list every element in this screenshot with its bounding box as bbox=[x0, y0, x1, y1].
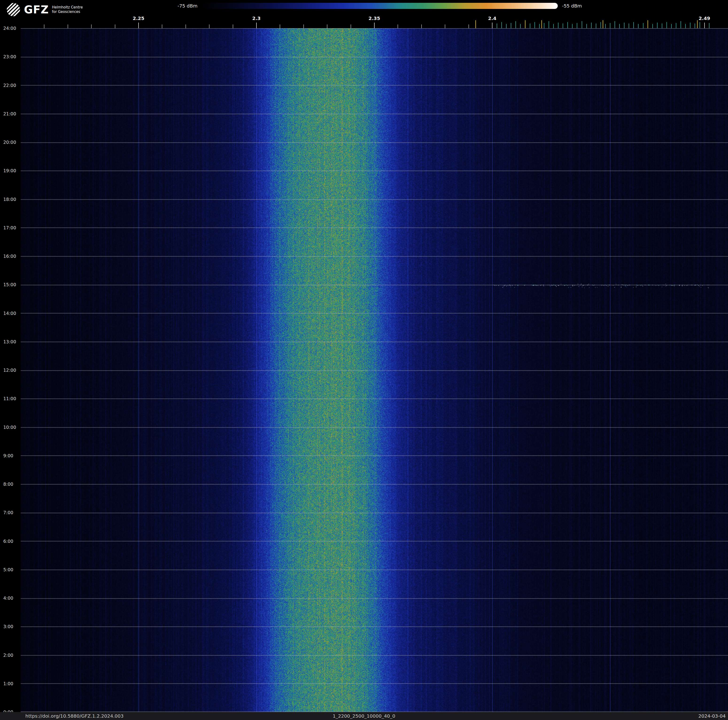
time-tick-label: 1:00 bbox=[3, 681, 14, 686]
freq-accent-tick bbox=[475, 20, 476, 28]
freq-channel-tick bbox=[624, 23, 624, 28]
freq-tick-label: 2.3 bbox=[252, 15, 260, 21]
freq-channel-tick bbox=[534, 22, 535, 28]
freq-major-tick bbox=[374, 23, 375, 28]
time-tick-label: 23:00 bbox=[3, 54, 16, 59]
freq-channel-tick bbox=[582, 21, 582, 28]
freq-minor-tick bbox=[209, 25, 210, 28]
time-tick-label: 10:00 bbox=[3, 424, 16, 430]
freq-channel-tick bbox=[515, 21, 516, 28]
freq-channel-tick bbox=[601, 22, 601, 28]
freq-channel-tick bbox=[553, 24, 554, 28]
time-tick-label: 14:00 bbox=[3, 311, 16, 316]
time-tick-label: 17:00 bbox=[3, 225, 16, 230]
freq-channel-tick bbox=[591, 23, 592, 28]
freq-accent-tick bbox=[525, 20, 526, 28]
freq-accent-tick bbox=[647, 20, 648, 28]
freq-channel-tick bbox=[572, 24, 572, 28]
time-tick-label: 9:00 bbox=[3, 453, 14, 458]
freq-major-tick bbox=[704, 23, 705, 28]
freq-minor-tick bbox=[350, 25, 351, 28]
freq-minor-tick bbox=[115, 25, 115, 28]
freq-channel-tick bbox=[549, 21, 549, 28]
freq-channel-tick bbox=[610, 23, 610, 28]
freq-channel-tick bbox=[685, 24, 686, 28]
freq-accent-tick bbox=[603, 20, 603, 28]
freq-channel-tick bbox=[506, 24, 506, 28]
freq-channel-tick bbox=[520, 24, 521, 28]
freq-tick-label: 2.49 bbox=[699, 15, 710, 21]
freq-channel-tick bbox=[709, 23, 710, 28]
freq-minor-tick bbox=[233, 25, 233, 28]
freq-channel-tick bbox=[633, 22, 634, 28]
time-tick-label: 18:00 bbox=[3, 197, 16, 202]
freq-minor-tick bbox=[398, 25, 398, 28]
time-axis: 24:0023:0022:0021:0020:0019:0018:0017:00… bbox=[0, 28, 21, 712]
freq-channel-tick bbox=[667, 22, 667, 28]
freq-major-tick bbox=[256, 23, 257, 28]
freq-tick-label: 2.35 bbox=[369, 15, 380, 21]
freq-minor-tick bbox=[421, 25, 422, 28]
freq-channel-tick bbox=[619, 24, 620, 28]
freq-channel-tick bbox=[676, 23, 676, 28]
freq-minor-tick bbox=[303, 25, 304, 28]
freq-channel-tick bbox=[615, 21, 615, 28]
freq-channel-tick bbox=[497, 23, 497, 28]
freq-major-tick bbox=[492, 23, 492, 28]
freq-channel-tick bbox=[539, 24, 540, 28]
freq-channel-tick bbox=[511, 23, 511, 28]
freq-channel-tick bbox=[558, 23, 558, 28]
freq-channel-tick bbox=[643, 23, 644, 28]
time-tick-label: 20:00 bbox=[3, 139, 16, 145]
freq-minor-tick bbox=[327, 25, 327, 28]
freq-minor-tick bbox=[468, 25, 469, 28]
freq-channel-tick bbox=[695, 23, 695, 28]
freq-channel-tick bbox=[530, 23, 530, 28]
freq-channel-tick bbox=[662, 23, 662, 28]
freq-channel-tick bbox=[681, 21, 681, 28]
gfz-logo-icon bbox=[6, 2, 21, 17]
freq-tick-label: 2.4 bbox=[488, 15, 496, 21]
freq-channel-tick bbox=[652, 24, 653, 28]
freq-channel-tick bbox=[502, 22, 502, 28]
freq-channel-tick bbox=[638, 24, 639, 28]
time-tick-label: 7:00 bbox=[3, 510, 14, 515]
freq-channel-tick bbox=[605, 24, 606, 28]
freq-minor-tick bbox=[185, 25, 186, 28]
time-tick-label: 4:00 bbox=[3, 596, 14, 601]
time-tick-label: 24:00 bbox=[3, 26, 16, 31]
time-tick-label: 6:00 bbox=[3, 539, 14, 544]
freq-channel-tick bbox=[596, 23, 596, 28]
freq-channel-tick bbox=[690, 23, 690, 28]
time-tick-label: 3:00 bbox=[3, 624, 14, 629]
freq-major-tick bbox=[138, 23, 139, 28]
freq-minor-tick bbox=[91, 25, 92, 28]
freq-channel-tick bbox=[577, 23, 577, 28]
freq-channel-tick bbox=[671, 24, 671, 28]
time-tick-label: 11:00 bbox=[3, 396, 16, 401]
frequency-axis: 2.252.32.352.42.49 bbox=[21, 0, 728, 28]
time-tick-label: 16:00 bbox=[3, 254, 16, 259]
freq-channel-tick bbox=[567, 22, 568, 28]
time-tick-label: 15:00 bbox=[3, 282, 16, 287]
time-tick-label: 8:00 bbox=[3, 481, 14, 487]
time-tick-label: 13:00 bbox=[3, 339, 16, 344]
date-label: 2024-03-04 bbox=[698, 713, 726, 719]
freq-channel-tick bbox=[657, 23, 658, 28]
doi-link[interactable]: https://doi.org/10.5880/GFZ.1.2.2024.003 bbox=[25, 713, 124, 719]
freq-minor-tick bbox=[162, 25, 162, 28]
freq-channel-tick bbox=[563, 23, 563, 28]
spectrogram-app: GFZ Helmholtz Centre for Geosciences -75… bbox=[0, 0, 728, 720]
freq-tick-label: 2.25 bbox=[133, 15, 144, 21]
dataset-filename: 1_2200_2500_10000_40_0 bbox=[333, 713, 395, 719]
freq-minor-tick bbox=[67, 25, 68, 28]
freq-channel-tick bbox=[586, 24, 587, 28]
freq-accent-tick bbox=[697, 20, 698, 28]
spectrogram-canvas bbox=[21, 28, 728, 712]
footer-bar: https://doi.org/10.5880/GFZ.1.2.2024.003… bbox=[0, 712, 728, 720]
time-tick-label: 2:00 bbox=[3, 653, 14, 658]
freq-minor-tick bbox=[445, 25, 445, 28]
time-tick-label: 5:00 bbox=[3, 567, 14, 572]
time-tick-label: 21:00 bbox=[3, 111, 16, 116]
time-tick-label: 19:00 bbox=[3, 168, 16, 173]
